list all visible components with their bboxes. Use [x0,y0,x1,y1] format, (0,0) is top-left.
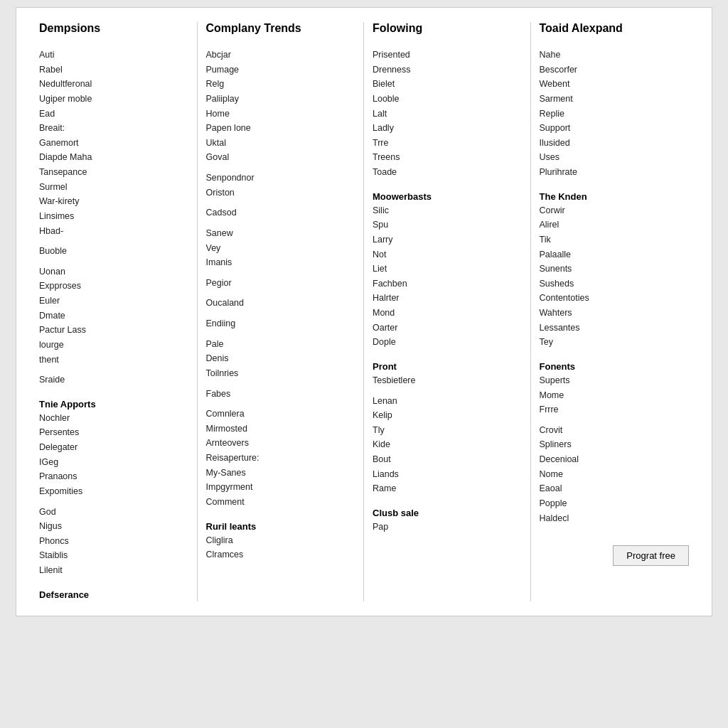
section-header-0-40: Defserance [39,589,188,600]
list-item: Denis [206,351,355,366]
list-item: Alirel [540,218,690,232]
list-item: Spliners [540,437,690,452]
list-item: Uonan [39,264,188,279]
section-header-3-10: The Knden [540,191,690,202]
list-item: Oriston [206,186,355,200]
section-header-2-10: Moowerbasts [373,191,522,202]
list-item: Bielet [373,77,522,92]
list-item: Popple [540,496,690,511]
column-header-1: Complany Trends [206,22,355,38]
list-item: Fabes [206,387,355,402]
list-item: Eaoal [540,481,690,496]
column-2: FolowingPrisentedDrennessBieletLoobleLal… [364,22,531,601]
spacer [540,350,690,355]
list-item: Pactur Lass [39,323,188,338]
list-item: Contentoties [540,291,690,306]
list-item: Expproses [39,279,188,294]
list-item: Cadsod [206,205,355,220]
list-item: Euler [39,294,188,309]
list-item: Larry [373,232,522,247]
spacer [540,417,690,423]
section-header-3-22: Fonents [540,361,690,372]
list-item: Papen lone [206,121,355,136]
list-item: Liet [373,262,522,277]
list-item: Lilenit [39,563,188,578]
list-item: Mome [540,388,690,403]
list-item: Endiing [206,316,355,331]
spacer [39,238,188,244]
list-item: Delegater [39,440,188,455]
list-item: Nahe [540,48,690,63]
list-item: Nigus [39,519,188,534]
main-container: DempsionsAutiRabelNedultferonalUgiper mo… [16,7,712,616]
list-item: Tey [540,335,690,350]
list-item: Crovit [540,423,690,438]
spacer [206,290,355,296]
list-item: Home [206,107,355,122]
list-item: Tik [540,232,690,247]
list-item: Toilnries [206,366,355,381]
column-header-2: Folowing [373,22,522,38]
list-item: Sraide [39,373,188,387]
spacer [540,180,690,186]
list-item: Replie [540,107,690,122]
list-item: Comment [206,495,355,510]
list-item: Abcjar [206,48,355,63]
list-item: Diapde Maha [39,150,188,165]
list-item: Clramces [206,547,355,562]
list-item: Sanew [206,226,355,241]
list-item: Nochler [39,411,188,426]
list-item: Oucaland [206,296,355,311]
list-item: IGeg [39,455,188,470]
spacer [206,270,355,276]
list-item: Ugiper moble [39,92,188,107]
list-item: Tesbietlere [373,373,522,388]
list-item: Paliiplay [206,92,355,107]
spacer [206,220,355,226]
spacer [206,510,355,515]
list-item: Cliglira [206,533,355,548]
spacer [373,350,522,355]
list-item: Support [540,121,690,136]
list-item: Sarment [540,92,690,107]
list-item: Lessantes [540,321,690,336]
list-item: thent [39,353,188,368]
list-item: Pap [373,520,522,535]
list-item: Ganemort [39,136,188,151]
list-item: Tly [373,423,522,438]
list-item: Fachben [373,277,522,291]
list-item: Toade [373,165,522,180]
list-item: Dmate [39,309,188,323]
list-item: Pumage [206,63,355,77]
list-item: Decenioal [540,452,690,467]
list-item: Nome [540,467,690,482]
list-item: Breait: [39,121,188,136]
list-item: Buoble [39,244,188,259]
list-item: Palaalle [540,247,690,262]
list-item: Expomities [39,484,188,499]
list-item: Spu [373,218,522,232]
list-item: Ladly [373,121,522,136]
list-item: Hbad- [39,224,188,239]
list-item: Looble [373,92,522,107]
list-item: God [39,505,188,520]
spacer [206,381,355,387]
list-item: Vey [206,241,355,256]
column-header-3: Toaid Alexpand [540,22,690,38]
spacer [540,525,690,531]
list-item: Halrter [373,291,522,306]
spacer [206,311,355,316]
section-header-2-22: Pront [373,361,522,372]
spacer [206,200,355,205]
prograt-free-button[interactable]: Prograt free [613,545,689,566]
section-header-1-38: Ruril leants [206,521,355,532]
list-item: Pale [206,337,355,352]
list-item: Bescorfer [540,63,690,77]
spacer [39,578,188,584]
spacer [206,401,355,407]
list-item: Uses [540,150,690,165]
column-0: DempsionsAutiRabelNedultferonalUgiper mo… [31,22,198,601]
list-item: Arnteovers [206,436,355,451]
list-item: War-kirety [39,194,188,209]
spacer [373,496,522,502]
